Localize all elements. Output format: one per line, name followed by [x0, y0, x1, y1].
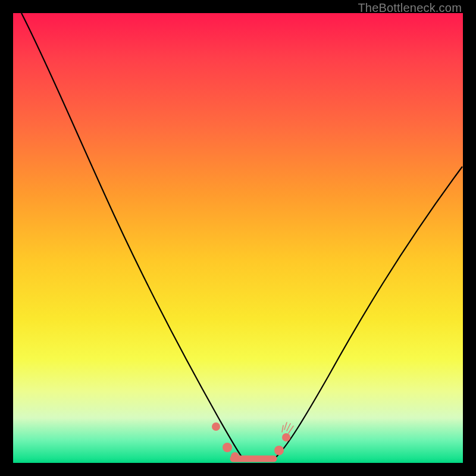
curve-svg — [13, 13, 463, 463]
bottleneck-marker-3 — [274, 446, 284, 455]
bottleneck-marker-1 — [212, 422, 220, 431]
svg-line-2 — [289, 426, 293, 433]
svg-line-1 — [287, 424, 290, 431]
bottleneck-marker-2 — [223, 443, 232, 452]
bottleneck-marker-2b — [231, 452, 239, 461]
plot-area — [13, 13, 463, 463]
bottleneck-feather-detail — [282, 422, 293, 433]
chart-frame: TheBottleneck.com — [0, 0, 476, 476]
bottleneck-marker-4 — [282, 433, 290, 441]
curve-left-branch — [21, 13, 243, 458]
svg-line-3 — [282, 425, 283, 432]
curve-right-branch — [275, 167, 462, 458]
svg-line-0 — [284, 422, 287, 430]
